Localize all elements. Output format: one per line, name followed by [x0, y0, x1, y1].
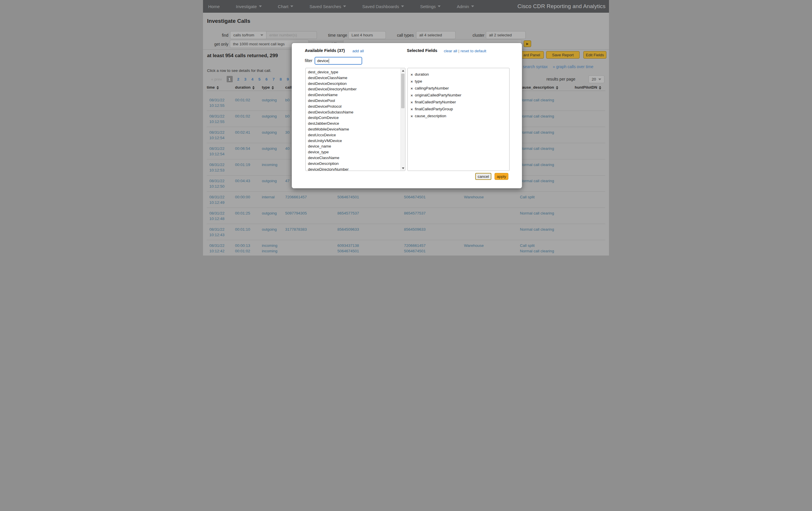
table-row[interactable]: 08/31/22 10:12:49 00:00:00 internal 7206… — [207, 192, 605, 208]
results-per-page-select[interactable]: 20 — [588, 75, 604, 83]
cluster-select[interactable]: all 2 selected — [486, 31, 526, 39]
cell-duration: 00:01:10 — [235, 226, 262, 240]
sort-icon[interactable] — [272, 86, 274, 89]
col-header-cause_description[interactable]: cause_description — [519, 85, 575, 89]
cell-duration: 00:02:41 — [235, 130, 262, 143]
find-mode-dropdown[interactable]: calls to/from — [230, 31, 266, 39]
col-header-type[interactable]: type — [262, 85, 285, 89]
available-field-item[interactable]: deviceDescription — [308, 161, 405, 167]
current-page[interactable]: 1 — [227, 76, 233, 82]
remove-field-icon[interactable]: × — [411, 87, 413, 90]
page-link[interactable]: 5 — [258, 77, 261, 81]
available-field-item[interactable]: destJabberDevice — [308, 121, 405, 127]
scrollbar[interactable] — [401, 69, 405, 170]
results-per-page-label: results per page — [546, 77, 575, 81]
col-header-duration[interactable]: duration — [235, 85, 262, 89]
col-header-time[interactable]: time — [207, 85, 235, 89]
graph-calls-link[interactable]: » graph calls over time — [553, 64, 593, 69]
selected-field-item[interactable]: ×type — [411, 78, 509, 85]
get-only-label: get only — [212, 42, 228, 47]
cancel-button[interactable]: cancel — [475, 173, 491, 180]
nav-item-home[interactable]: Home — [208, 4, 220, 9]
page-link[interactable]: 4 — [252, 77, 254, 81]
table-row[interactable]: 08/31/22 10:12:43 00:01:10 outgoing 3177… — [207, 224, 605, 240]
edit-fields-button[interactable]: Edit Fields — [583, 51, 606, 59]
available-field-item[interactable]: destDeviceName — [308, 92, 405, 98]
nav-menu-item[interactable]: Chart — [278, 4, 294, 9]
remove-field-icon[interactable]: × — [411, 114, 413, 118]
selected-field-item[interactable]: ×duration — [411, 71, 509, 78]
available-field-item[interactable]: destIpComDevice — [308, 115, 405, 121]
scroll-up-icon[interactable] — [401, 69, 405, 73]
available-field-item[interactable]: destMobileDeviceName — [308, 127, 405, 132]
save-report-button[interactable]: Save Report — [546, 51, 580, 59]
nav-menu-item[interactable]: Saved Dashboards — [362, 4, 404, 9]
available-field-item[interactable]: destDeviceClassName — [308, 75, 405, 81]
nav-menus: Investigate Chart Saved Searches Saved D… — [220, 4, 474, 9]
available-field-item[interactable]: deviceClassName — [308, 155, 405, 161]
nav-menu-item[interactable]: Investigate — [236, 4, 262, 9]
scrollbar-thumb[interactable] — [401, 74, 405, 108]
selected-fields-title: Selected Fields — [407, 48, 437, 53]
nav-menu-item[interactable]: Settings — [420, 4, 441, 9]
sort-icon[interactable] — [252, 86, 255, 89]
table-row[interactable]: 08/31/22 10:12:42 00:00:13 00:01:02 inco… — [207, 240, 605, 255]
page-link[interactable]: 6 — [266, 77, 268, 81]
page-title: Investigate Calls — [207, 18, 250, 24]
link-divider: | — [457, 49, 461, 53]
col-header-huntPilotDN[interactable]: huntPilotDN — [575, 85, 605, 89]
available-field-item[interactable]: dest_device_type — [308, 69, 405, 75]
remove-field-icon[interactable]: × — [411, 101, 413, 104]
scroll-down-icon[interactable] — [401, 166, 405, 170]
available-field-item[interactable]: destUnityVMDevice — [308, 138, 405, 144]
run-search-button[interactable]: ▶ — [524, 41, 531, 47]
available-field-item[interactable]: device_type — [308, 149, 405, 155]
available-field-item[interactable]: destDeviceSubclassName — [308, 109, 405, 115]
app-title: Cisco CDR Reporting and Analytics — [518, 3, 606, 9]
selected-field-item[interactable]: ×originalCalledPartyNumber — [411, 92, 509, 99]
reset-default-link[interactable]: reset to default — [461, 49, 486, 53]
time-range-select[interactable]: Last 4 hours — [348, 31, 386, 39]
prev-page-link[interactable]: « prev — [211, 77, 222, 81]
field-filter-input[interactable]: device — [315, 57, 362, 65]
available-field-item[interactable]: destDeviceProtocol — [308, 104, 405, 109]
add-all-link[interactable]: add all — [352, 49, 364, 53]
remove-field-icon[interactable]: × — [411, 80, 413, 83]
cell-type: outgoing — [262, 130, 285, 143]
selected-field-item[interactable]: ×cause_description — [411, 113, 509, 119]
remove-field-icon[interactable]: × — [411, 107, 413, 111]
page-link[interactable]: 2 — [237, 77, 240, 81]
cell-type: incoming incoming — [262, 243, 285, 255]
available-field-item[interactable]: destDeviceDirectoryNumber — [308, 86, 405, 92]
selected-field-item[interactable]: ×callingPartyNumber — [411, 85, 509, 92]
selected-field-item[interactable]: ×finalCalledPartyNumber — [411, 99, 509, 106]
page-link[interactable]: 9 — [287, 77, 289, 81]
remove-field-icon[interactable]: × — [411, 93, 413, 97]
page-link[interactable]: 7 — [272, 77, 275, 81]
edit-fields-modal: Available Fields (37) add all Selected F… — [292, 43, 522, 189]
available-field-item[interactable]: destDeviceDescription — [308, 81, 405, 87]
dashboard-panel-button[interactable]: ard Panel — [520, 51, 544, 59]
sort-icon[interactable] — [556, 86, 558, 89]
nav-menu-item[interactable]: Admin — [457, 4, 474, 9]
sort-icon[interactable] — [216, 86, 219, 89]
page-link[interactable]: 3 — [244, 77, 246, 81]
find-number-input[interactable] — [266, 31, 317, 39]
apply-button[interactable]: apply — [495, 173, 509, 180]
available-field-item[interactable]: destDevicePool — [308, 98, 405, 104]
clear-all-link[interactable]: clear all — [444, 49, 457, 53]
nav-menu-item[interactable]: Saved Searches — [310, 4, 346, 9]
remove-field-icon[interactable]: × — [411, 73, 413, 77]
table-row[interactable]: 08/31/22 10:12:48 00:01:25 outgoing 5097… — [207, 208, 605, 224]
cell-cause_description: Normal call clearing — [519, 130, 575, 143]
cell-callingPartyNumber: 5097794305 — [285, 211, 337, 224]
available-field-item[interactable]: deviceDirectoryNumber — [308, 167, 405, 171]
page-link[interactable]: 8 — [280, 77, 282, 81]
cell-time: 08/31/22 10:12:43 — [207, 226, 235, 240]
selected-field-item[interactable]: ×finalCalledPartyGroup — [411, 106, 509, 113]
available-field-item[interactable]: destUccxDevice — [308, 132, 405, 138]
search-syntax-link[interactable]: search syntax — [523, 64, 548, 69]
available-field-item[interactable]: device_name — [308, 143, 405, 149]
call-types-select[interactable]: all 4 selected — [416, 31, 456, 39]
sort-icon[interactable] — [599, 86, 601, 89]
